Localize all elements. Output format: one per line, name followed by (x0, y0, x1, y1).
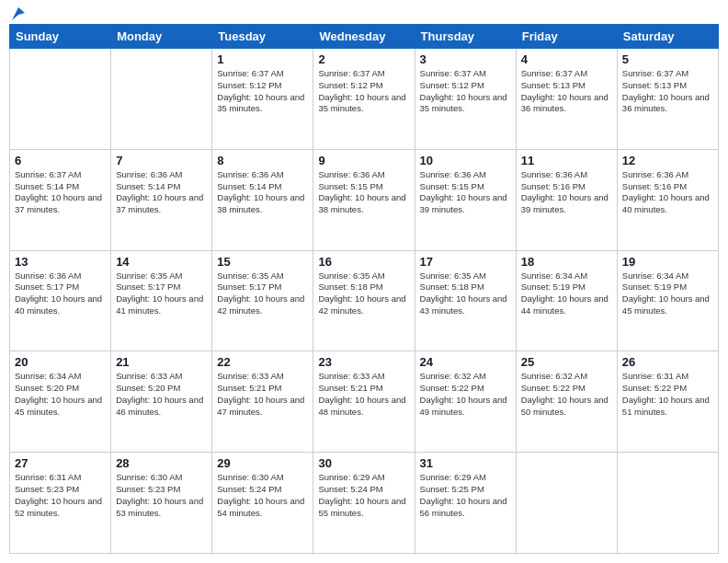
calendar-cell: 26Sunrise: 6:31 AMSunset: 5:22 PMDayligh… (617, 351, 718, 453)
calendar-table: SundayMondayTuesdayWednesdayThursdayFrid… (9, 24, 719, 554)
svg-marker-0 (12, 7, 25, 20)
cell-info: Sunrise: 6:34 AMSunset: 5:20 PMDaylight:… (15, 371, 106, 418)
calendar-cell: 17Sunrise: 6:35 AMSunset: 5:18 PMDayligh… (415, 250, 516, 351)
calendar-cell: 12Sunrise: 6:36 AMSunset: 5:16 PMDayligh… (617, 149, 718, 250)
calendar-cell: 22Sunrise: 6:33 AMSunset: 5:21 PMDayligh… (212, 351, 313, 453)
day-number: 9 (318, 154, 409, 167)
day-number: 24 (420, 355, 511, 369)
cell-info: Sunrise: 6:30 AMSunset: 5:23 PMDaylight:… (116, 472, 207, 519)
cell-info: Sunrise: 6:34 AMSunset: 5:19 PMDaylight:… (622, 270, 713, 317)
weekday-header-sunday: Sunday (10, 25, 111, 49)
week-row-4: 20Sunrise: 6:34 AMSunset: 5:20 PMDayligh… (10, 351, 719, 453)
calendar-cell: 5Sunrise: 6:37 AMSunset: 5:13 PMDaylight… (617, 49, 718, 150)
calendar-cell: 31Sunrise: 6:29 AMSunset: 5:25 PMDayligh… (415, 453, 516, 554)
cell-info: Sunrise: 6:29 AMSunset: 5:24 PMDaylight:… (318, 472, 409, 519)
calendar-cell: 18Sunrise: 6:34 AMSunset: 5:19 PMDayligh… (516, 250, 617, 351)
day-number: 19 (622, 255, 713, 269)
weekday-header-saturday: Saturday (617, 25, 718, 49)
cell-info: Sunrise: 6:37 AMSunset: 5:12 PMDaylight:… (420, 68, 511, 115)
day-number: 20 (15, 355, 106, 369)
cell-info: Sunrise: 6:36 AMSunset: 5:14 PMDaylight:… (116, 169, 207, 216)
cell-info: Sunrise: 6:29 AMSunset: 5:25 PMDaylight:… (420, 472, 511, 519)
cell-info: Sunrise: 6:37 AMSunset: 5:14 PMDaylight:… (15, 169, 106, 216)
day-number: 4 (521, 52, 612, 66)
page: SundayMondayTuesdayWednesdayThursdayFrid… (0, 0, 728, 563)
calendar-cell: 14Sunrise: 6:35 AMSunset: 5:17 PMDayligh… (111, 250, 212, 351)
day-number: 25 (521, 355, 612, 369)
weekday-header-tuesday: Tuesday (212, 25, 313, 49)
calendar-cell (111, 49, 212, 150)
day-number: 5 (622, 52, 713, 66)
calendar-cell: 21Sunrise: 6:33 AMSunset: 5:20 PMDayligh… (111, 351, 212, 453)
cell-info: Sunrise: 6:36 AMSunset: 5:15 PMDaylight:… (318, 169, 409, 216)
cell-info: Sunrise: 6:36 AMSunset: 5:17 PMDaylight:… (15, 270, 106, 317)
cell-info: Sunrise: 6:37 AMSunset: 5:12 PMDaylight:… (318, 68, 409, 115)
cell-info: Sunrise: 6:35 AMSunset: 5:17 PMDaylight:… (217, 270, 308, 317)
cell-info: Sunrise: 6:31 AMSunset: 5:22 PMDaylight:… (622, 371, 713, 418)
calendar-cell: 19Sunrise: 6:34 AMSunset: 5:19 PMDayligh… (617, 250, 718, 351)
calendar-cell: 30Sunrise: 6:29 AMSunset: 5:24 PMDayligh… (313, 453, 415, 554)
calendar-cell (617, 453, 718, 554)
day-number: 7 (116, 154, 207, 167)
calendar-cell: 27Sunrise: 6:31 AMSunset: 5:23 PMDayligh… (10, 453, 111, 554)
logo (9, 9, 27, 18)
cell-info: Sunrise: 6:37 AMSunset: 5:13 PMDaylight:… (521, 68, 612, 115)
day-number: 13 (15, 255, 106, 269)
calendar-cell: 7Sunrise: 6:36 AMSunset: 5:14 PMDaylight… (111, 149, 212, 250)
cell-info: Sunrise: 6:36 AMSunset: 5:16 PMDaylight:… (622, 169, 713, 216)
calendar-cell: 2Sunrise: 6:37 AMSunset: 5:12 PMDaylight… (313, 49, 415, 150)
day-number: 31 (420, 456, 511, 470)
day-number: 16 (318, 255, 409, 269)
logo-bird-icon (10, 6, 27, 22)
day-number: 10 (420, 154, 511, 167)
day-number: 15 (217, 255, 308, 269)
calendar-cell: 24Sunrise: 6:32 AMSunset: 5:22 PMDayligh… (415, 351, 516, 453)
cell-info: Sunrise: 6:30 AMSunset: 5:24 PMDaylight:… (217, 472, 308, 519)
day-number: 26 (622, 355, 713, 369)
day-number: 14 (116, 255, 207, 269)
day-number: 3 (420, 52, 511, 66)
day-number: 2 (318, 52, 409, 66)
week-row-1: 1Sunrise: 6:37 AMSunset: 5:12 PMDaylight… (10, 49, 719, 150)
week-row-2: 6Sunrise: 6:37 AMSunset: 5:14 PMDaylight… (10, 149, 719, 250)
cell-info: Sunrise: 6:35 AMSunset: 5:17 PMDaylight:… (116, 270, 207, 317)
day-number: 12 (622, 154, 713, 167)
calendar-cell (516, 453, 617, 554)
cell-info: Sunrise: 6:33 AMSunset: 5:21 PMDaylight:… (318, 371, 409, 418)
calendar-cell: 11Sunrise: 6:36 AMSunset: 5:16 PMDayligh… (516, 149, 617, 250)
calendar-cell: 15Sunrise: 6:35 AMSunset: 5:17 PMDayligh… (212, 250, 313, 351)
weekday-header-row: SundayMondayTuesdayWednesdayThursdayFrid… (10, 25, 719, 49)
day-number: 18 (521, 255, 612, 269)
calendar-cell: 23Sunrise: 6:33 AMSunset: 5:21 PMDayligh… (313, 351, 415, 453)
day-number: 23 (318, 355, 409, 369)
calendar-header: SundayMondayTuesdayWednesdayThursdayFrid… (10, 25, 719, 49)
cell-info: Sunrise: 6:35 AMSunset: 5:18 PMDaylight:… (420, 270, 511, 317)
day-number: 30 (318, 456, 409, 470)
day-number: 28 (116, 456, 207, 470)
calendar-cell: 4Sunrise: 6:37 AMSunset: 5:13 PMDaylight… (516, 49, 617, 150)
day-number: 1 (217, 52, 308, 66)
weekday-header-friday: Friday (516, 25, 617, 49)
header (9, 9, 719, 18)
day-number: 27 (15, 456, 106, 470)
calendar-cell (10, 49, 111, 150)
cell-info: Sunrise: 6:33 AMSunset: 5:20 PMDaylight:… (116, 371, 207, 418)
cell-info: Sunrise: 6:37 AMSunset: 5:13 PMDaylight:… (622, 68, 713, 115)
cell-info: Sunrise: 6:33 AMSunset: 5:21 PMDaylight:… (217, 371, 308, 418)
weekday-header-wednesday: Wednesday (313, 25, 415, 49)
calendar-cell: 29Sunrise: 6:30 AMSunset: 5:24 PMDayligh… (212, 453, 313, 554)
calendar-cell: 20Sunrise: 6:34 AMSunset: 5:20 PMDayligh… (10, 351, 111, 453)
cell-info: Sunrise: 6:36 AMSunset: 5:15 PMDaylight:… (420, 169, 511, 216)
calendar-cell: 9Sunrise: 6:36 AMSunset: 5:15 PMDaylight… (313, 149, 415, 250)
cell-info: Sunrise: 6:36 AMSunset: 5:14 PMDaylight:… (217, 169, 308, 216)
weekday-header-thursday: Thursday (415, 25, 516, 49)
calendar-cell: 8Sunrise: 6:36 AMSunset: 5:14 PMDaylight… (212, 149, 313, 250)
calendar-cell: 25Sunrise: 6:32 AMSunset: 5:22 PMDayligh… (516, 351, 617, 453)
day-number: 6 (15, 154, 106, 167)
week-row-5: 27Sunrise: 6:31 AMSunset: 5:23 PMDayligh… (10, 453, 719, 554)
day-number: 11 (521, 154, 612, 167)
cell-info: Sunrise: 6:37 AMSunset: 5:12 PMDaylight:… (217, 68, 308, 115)
cell-info: Sunrise: 6:36 AMSunset: 5:16 PMDaylight:… (521, 169, 612, 216)
calendar-cell: 10Sunrise: 6:36 AMSunset: 5:15 PMDayligh… (415, 149, 516, 250)
day-number: 29 (217, 456, 308, 470)
